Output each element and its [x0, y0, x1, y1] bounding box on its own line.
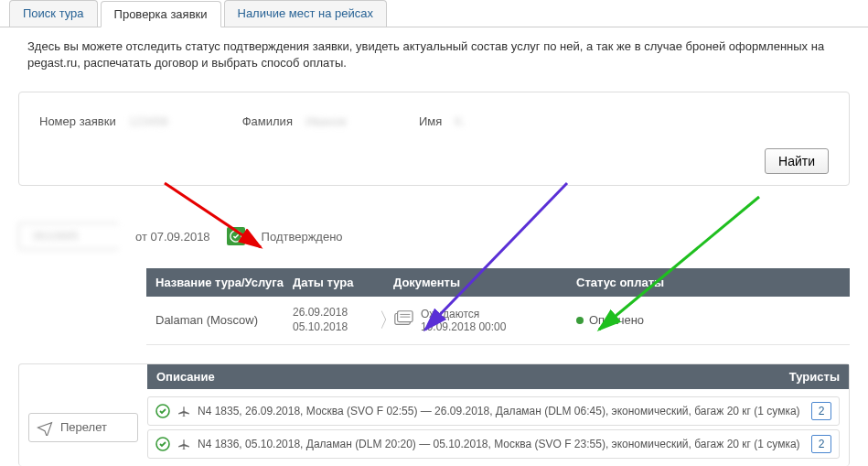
tab-bar: Поиск тура Проверка заявки Наличие мест … [0, 0, 868, 27]
plane-icon [177, 438, 190, 450]
firstname-input[interactable] [449, 111, 541, 132]
tab-check[interactable]: Проверка заявки [101, 1, 221, 27]
booking-date: от 07.09.2018 [135, 230, 210, 244]
tab-search[interactable]: Поиск тура [9, 0, 98, 27]
col-description: Описание [156, 370, 776, 384]
find-button[interactable]: Найти [765, 148, 829, 174]
svg-rect-2 [398, 311, 413, 322]
confirmed-text: Подтверждено [262, 230, 343, 244]
tab-seats[interactable]: Наличие мест на рейсах [224, 0, 388, 27]
col-dates: Даты тура [293, 276, 393, 289]
pax-count[interactable]: 2 [811, 402, 831, 420]
tour-dates: 26.09.2018 05.10.2018 [293, 306, 393, 334]
flight-text: N4 1836, 05.10.2018, Даламан (DLM 20:20)… [198, 438, 804, 450]
firstname-label: Имя [419, 114, 442, 128]
pax-count[interactable]: 2 [811, 435, 831, 453]
col-payment: Статус оплаты [576, 276, 841, 289]
lastname-input[interactable] [300, 111, 391, 132]
search-panel: Номер заявки Фамилия Имя Найти [18, 92, 850, 186]
booking-number-input[interactable] [123, 111, 215, 132]
flight-row: N4 1835, 26.09.2018, Москва (SVO F 02:55… [147, 396, 840, 426]
flight-section-label: Перелет [28, 413, 138, 442]
col-docs: Документы [393, 276, 576, 289]
col-tourists: Туристы [776, 370, 840, 384]
booking-number-tag: 3610885 [18, 222, 119, 250]
services-panel: Описание Туристы Перелет N4 1835, 26.09.… [18, 363, 850, 466]
status-row: 3610885 от 07.09.2018 Подтверждено [18, 222, 868, 250]
flight-text: N4 1835, 26.09.2018, Москва (SVO F 02:55… [198, 405, 804, 417]
col-name: Название тура/Услуга [155, 276, 293, 289]
table-row: Dalaman (Moscow) 26.09.2018 05.10.2018 О… [146, 297, 850, 344]
check-icon [155, 404, 170, 418]
payment-status-icon [576, 317, 584, 324]
lastname-label: Фамилия [242, 114, 293, 128]
payment-status: Оплачено [589, 313, 644, 327]
plane-icon [177, 405, 190, 417]
plane-icon [37, 419, 53, 436]
flight-row: N4 1836, 05.10.2018, Даламан (DLM 20:20)… [147, 429, 840, 459]
docs-date: 19.09.2018 00:00 [421, 320, 506, 333]
docs-status: Ожидаются [421, 308, 506, 320]
page-description: Здесь вы можете отследить статус подтвер… [0, 27, 868, 82]
booking-number-label: Номер заявки [39, 114, 116, 128]
check-icon [155, 437, 170, 451]
tour-table: Название тура/Услуга Даты тура Документы… [146, 268, 850, 344]
tour-name: Dalaman (Moscow) [155, 313, 293, 327]
confirmed-icon [227, 227, 245, 245]
